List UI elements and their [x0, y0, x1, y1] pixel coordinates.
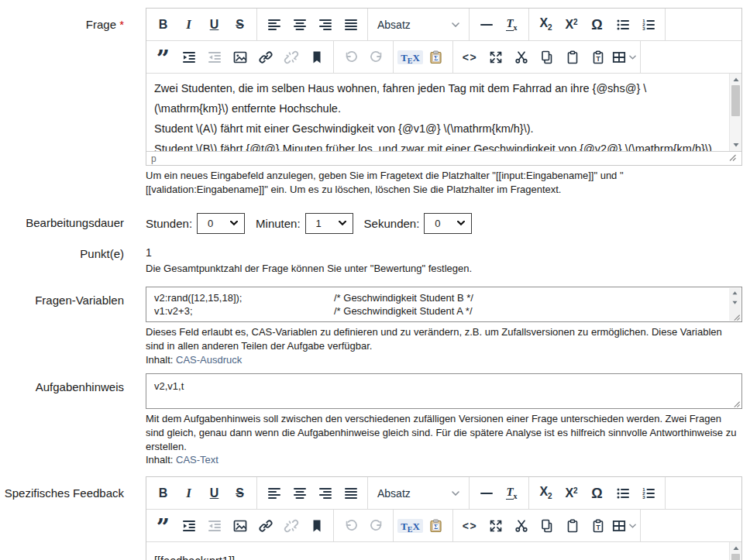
anchor-button[interactable] — [304, 513, 329, 538]
bullet-list-button[interactable] — [610, 480, 635, 506]
copy-button[interactable] — [534, 513, 559, 538]
scroll-down-icon[interactable] — [729, 298, 741, 308]
table-button[interactable] — [611, 44, 636, 70]
align-left-button[interactable] — [261, 12, 287, 37]
scroll-down-icon[interactable] — [730, 139, 742, 151]
blockquote-button[interactable]: ” — [150, 44, 176, 70]
horizontal-rule-button[interactable] — [473, 480, 499, 506]
aufgabenhinweis-textarea[interactable]: v2,v1,t — [146, 373, 742, 409]
indent-button[interactable] — [176, 513, 201, 538]
subscript-button[interactable]: X2 — [533, 480, 559, 506]
fragen-variablen-textarea[interactable]: v2:rand([12,15,18]); /* Geschwindigkeit … — [146, 287, 742, 322]
scrollbar-thumb[interactable] — [731, 554, 740, 560]
insert-image-button[interactable] — [227, 513, 253, 538]
indent-button[interactable] — [176, 44, 201, 70]
anchor-button[interactable] — [304, 44, 329, 70]
tex-button[interactable]: TEX — [397, 44, 423, 70]
fullscreen-button[interactable] — [483, 44, 508, 70]
resize-grip-icon[interactable] — [728, 153, 737, 164]
undo-button[interactable] — [338, 44, 363, 70]
strikethrough-button[interactable]: S — [227, 480, 253, 506]
subscript-button[interactable]: X2 — [533, 12, 559, 37]
paste-as-text-button[interactable] — [585, 44, 611, 70]
sekunden-select[interactable]: 0 — [424, 213, 472, 234]
bold-button[interactable]: B — [150, 480, 176, 506]
feedback-text[interactable]: [[feedback:prt1]] — [146, 542, 741, 560]
underline-button[interactable]: U — [201, 12, 227, 37]
paste-as-text-icon — [590, 518, 606, 534]
special-character-button[interactable]: Ω — [584, 12, 610, 37]
copy-button[interactable] — [534, 44, 559, 70]
scroll-up-icon[interactable] — [729, 288, 741, 298]
undo-button[interactable] — [338, 513, 363, 538]
table-button[interactable] — [611, 513, 636, 538]
cut-button[interactable] — [508, 513, 534, 538]
align-right-button[interactable] — [312, 12, 338, 37]
paragraph-format-select[interactable]: Absatz — [372, 12, 465, 37]
insert-image-button[interactable] — [227, 44, 253, 70]
insert-link-button[interactable] — [253, 513, 278, 538]
subscript-icon: X2 — [539, 486, 552, 500]
scrollbar-thumb[interactable] — [731, 85, 740, 116]
numbered-list-button[interactable] — [635, 480, 661, 506]
undo-icon — [343, 50, 359, 65]
align-center-button[interactable] — [287, 480, 312, 506]
remove-link-button[interactable] — [278, 44, 304, 70]
align-justify-button[interactable] — [338, 480, 363, 506]
paste-as-text-button[interactable] — [585, 513, 611, 538]
strikethrough-button[interactable]: S — [227, 12, 253, 37]
align-left-button[interactable] — [261, 480, 287, 506]
source-code-button[interactable]: <> — [457, 513, 483, 538]
bullet-list-icon — [615, 486, 631, 501]
fullscreen-button[interactable] — [483, 513, 508, 538]
redo-button[interactable] — [363, 513, 389, 538]
resize-grip-icon[interactable] — [732, 400, 741, 408]
align-right-button[interactable] — [312, 480, 338, 506]
scroll-up-icon[interactable] — [730, 542, 742, 554]
paragraph-format-select[interactable]: Absatz — [372, 480, 465, 506]
special-character-button[interactable]: Ω — [584, 480, 610, 506]
cut-button[interactable] — [508, 44, 534, 70]
feedback-editor-scrollbar[interactable] — [729, 542, 741, 560]
scroll-up-icon[interactable] — [730, 74, 742, 85]
element-path[interactable]: p — [151, 153, 157, 164]
align-center-button[interactable] — [287, 12, 312, 37]
tex-button[interactable]: TEX — [397, 513, 423, 538]
remove-link-button[interactable] — [278, 513, 304, 538]
resize-grip-icon[interactable] — [732, 313, 741, 321]
horizontal-rule-button[interactable] — [473, 12, 499, 37]
italic-button[interactable]: I — [176, 12, 201, 37]
clear-formatting-button[interactable]: Tx — [499, 12, 525, 37]
italic-button[interactable]: I — [176, 480, 201, 506]
paste-from-word-button[interactable] — [423, 44, 449, 70]
clear-formatting-button[interactable]: Tx — [499, 480, 525, 506]
source-code-button[interactable]: <> — [457, 44, 483, 70]
minuten-select[interactable]: 1 — [305, 213, 353, 234]
superscript-button[interactable]: X2 — [559, 480, 584, 506]
insert-link-button[interactable] — [253, 44, 278, 70]
bullet-list-button[interactable] — [610, 12, 635, 37]
superscript-button[interactable]: X2 — [559, 12, 584, 37]
outdent-button[interactable] — [201, 44, 227, 70]
underline-button[interactable]: U — [201, 480, 227, 506]
italic-icon: I — [186, 486, 191, 500]
numbered-list-button[interactable] — [635, 12, 661, 37]
cas-ausdruck-link[interactable]: CAS-Ausdruck — [176, 354, 242, 366]
cas-text-link[interactable]: CAS-Text — [176, 454, 218, 466]
frage-text[interactable]: Zwei Studenten, die im selben Haus wohne… — [146, 74, 741, 151]
paste-button[interactable] — [559, 513, 585, 538]
frage-editor-scrollbar[interactable] — [729, 74, 741, 151]
paste-button[interactable] — [559, 44, 585, 70]
outdent-button[interactable] — [201, 513, 227, 538]
bold-button[interactable]: B — [150, 12, 176, 37]
feedback-editor-content[interactable]: [[feedback:prt1]] — [146, 542, 741, 560]
redo-button[interactable] — [363, 44, 389, 70]
align-justify-button[interactable] — [338, 12, 363, 37]
frage-editor-content[interactable]: Zwei Studenten, die im selben Haus wohne… — [146, 74, 741, 151]
aufgabenhinweis-value: v2,v1,t — [154, 380, 184, 392]
image-icon — [232, 518, 248, 534]
paste-from-word-button[interactable] — [423, 513, 449, 538]
blockquote-button[interactable]: ” — [150, 513, 176, 538]
align-right-icon — [318, 486, 333, 501]
stunden-select[interactable]: 0 — [197, 213, 245, 234]
